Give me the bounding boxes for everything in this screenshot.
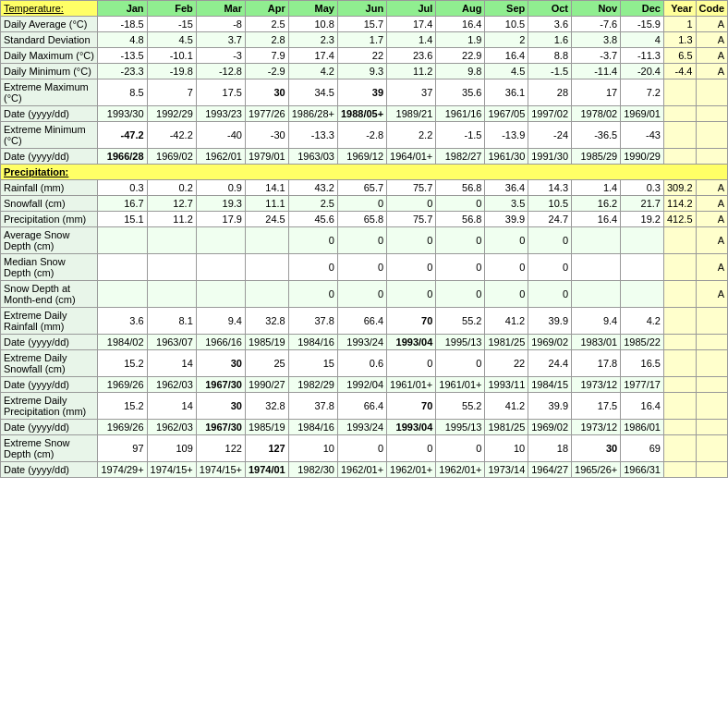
data-cell: 1962/01+ <box>436 462 485 478</box>
data-cell <box>663 377 696 393</box>
data-cell: 3.5 <box>485 196 528 212</box>
data-cell <box>696 435 728 462</box>
data-cell: -4.4 <box>663 64 696 79</box>
data-cell: 14 <box>147 350 196 377</box>
data-cell: 2.3 <box>288 32 337 48</box>
table-row: Extreme Maximum (°C)8.5717.53034.5393735… <box>1 79 728 106</box>
col-header-sep: Sep <box>485 1 528 17</box>
data-cell: 36.1 <box>485 79 528 106</box>
data-cell <box>696 350 728 377</box>
data-cell <box>621 281 664 308</box>
data-cell: 15 <box>288 350 337 377</box>
col-header-jan: Jan <box>98 1 147 17</box>
data-cell: 2.5 <box>245 17 288 32</box>
row-label: Rainfall (mm) <box>1 180 98 196</box>
data-cell: 1977/26 <box>245 106 288 122</box>
data-cell: 0 <box>387 254 436 281</box>
data-cell: 17.4 <box>288 48 337 64</box>
table-row: Rainfall (mm)0.30.20.914.143.265.775.756… <box>1 180 728 196</box>
data-cell <box>663 462 696 478</box>
data-cell: 0.3 <box>621 180 664 196</box>
data-cell: 0 <box>337 281 386 308</box>
data-cell: 21.7 <box>621 196 664 212</box>
data-cell: -10.1 <box>147 48 196 64</box>
data-cell: -23.3 <box>98 64 147 79</box>
data-cell: 7 <box>147 79 196 106</box>
data-cell: 1973/12 <box>572 377 621 393</box>
data-cell: -19.8 <box>147 64 196 79</box>
data-cell: 15.7 <box>337 17 386 32</box>
data-cell: 109 <box>147 435 196 462</box>
data-cell: 12.7 <box>147 196 196 212</box>
data-cell: 1974/15+ <box>147 462 196 478</box>
data-cell: 1993/23 <box>196 106 245 122</box>
table-row: Extreme Snow Depth (cm)97109122127100001… <box>1 435 728 462</box>
data-cell: -11.4 <box>572 64 621 79</box>
data-cell: 65.8 <box>337 212 386 227</box>
data-cell: 0 <box>337 254 386 281</box>
data-cell: 34.5 <box>288 79 337 106</box>
table-row: Date (yyyy/dd)1974/29+1974/15+1974/15+19… <box>1 462 728 478</box>
data-cell: 1961/01+ <box>436 377 485 393</box>
data-cell: 15.2 <box>98 393 147 420</box>
col-header-year: Year <box>663 1 696 17</box>
data-cell: -30 <box>245 122 288 149</box>
data-cell: 10 <box>288 435 337 462</box>
col-header-nov: Nov <box>572 1 621 17</box>
data-cell: 0 <box>387 350 436 377</box>
data-cell: 1981/25 <box>485 420 528 435</box>
data-cell: 45.6 <box>288 212 337 227</box>
row-label: Snow Depth at Month-end (cm) <box>1 281 98 308</box>
row-label: Daily Maximum (°C) <box>1 48 98 64</box>
data-cell <box>696 308 728 335</box>
data-cell <box>572 254 621 281</box>
data-cell <box>196 254 245 281</box>
data-cell: 56.8 <box>436 180 485 196</box>
data-cell: -1.5 <box>436 122 485 149</box>
data-cell <box>196 227 245 254</box>
data-cell: 69 <box>621 435 664 462</box>
data-cell: 1966/16 <box>196 335 245 350</box>
row-label: Extreme Daily Snowfall (cm) <box>1 350 98 377</box>
data-cell: 0 <box>436 254 485 281</box>
data-cell: 0 <box>436 196 485 212</box>
data-cell: 1985/19 <box>245 420 288 435</box>
data-cell: 30 <box>572 435 621 462</box>
data-cell: 55.2 <box>436 308 485 335</box>
data-cell: 1967/30 <box>196 420 245 435</box>
data-cell: 1978/02 <box>572 106 621 122</box>
data-cell: 18 <box>528 435 572 462</box>
table-row: Extreme Minimum (°C)-47.2-42.2-40-30-13.… <box>1 122 728 149</box>
data-cell <box>663 227 696 254</box>
row-label: Snowfall (cm) <box>1 196 98 212</box>
data-cell: 15.1 <box>98 212 147 227</box>
data-cell <box>572 281 621 308</box>
data-cell <box>663 420 696 435</box>
data-cell: 11.2 <box>147 212 196 227</box>
data-cell <box>98 281 147 308</box>
data-cell: 1982/29 <box>288 377 337 393</box>
table-row: Extreme Daily Snowfall (cm)15.2143025150… <box>1 350 728 377</box>
col-header-apr: Apr <box>245 1 288 17</box>
data-cell: 0 <box>387 435 436 462</box>
data-cell: 0 <box>288 227 337 254</box>
table-row: Snow Depth at Month-end (cm)000000A <box>1 281 728 308</box>
data-cell: 1 <box>663 17 696 32</box>
table-row: Daily Minimum (°C)-23.3-19.8-12.8-2.94.2… <box>1 64 728 79</box>
temperature-header: Temperature: <box>4 3 64 14</box>
data-cell: 7.9 <box>245 48 288 64</box>
data-cell: 8.8 <box>528 48 572 64</box>
data-cell: 1995/13 <box>436 335 485 350</box>
data-cell: 35.6 <box>436 79 485 106</box>
data-cell: 37.8 <box>288 393 337 420</box>
data-cell: 28 <box>528 79 572 106</box>
data-cell: 0 <box>436 227 485 254</box>
data-cell: 2.5 <box>288 196 337 212</box>
data-cell <box>147 281 196 308</box>
data-cell: 16.4 <box>621 393 664 420</box>
table-row: Daily Maximum (°C)-13.5-10.1-37.917.4222… <box>1 48 728 64</box>
data-cell <box>696 393 728 420</box>
data-cell: 1983/01 <box>572 335 621 350</box>
data-cell <box>663 79 696 106</box>
data-cell: -8 <box>196 17 245 32</box>
